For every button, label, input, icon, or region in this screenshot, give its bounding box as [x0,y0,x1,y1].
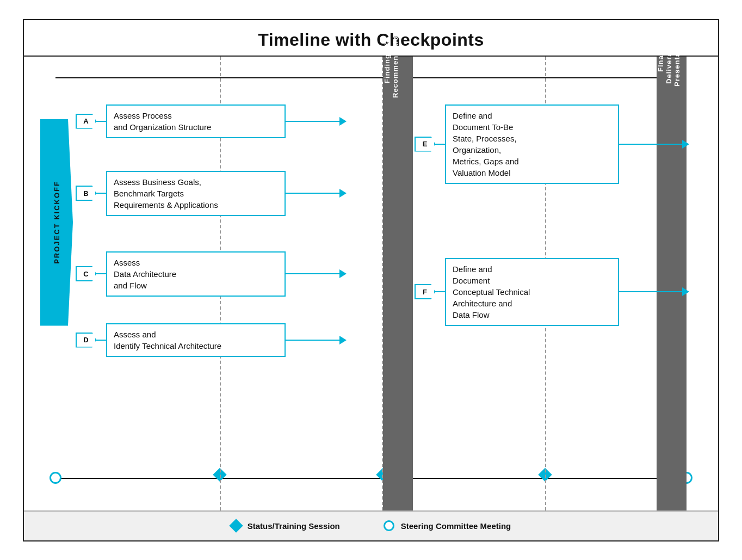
project-kickoff-chevron: PROJECT KICKOFF [40,119,73,326]
connector-a [96,121,106,122]
arrow-e [619,144,683,145]
arrow-c [286,273,340,274]
page-title: Timeline with Checkpoints [24,30,718,50]
label-chevron-d: D [76,333,96,348]
label-chevron-c: C [76,266,96,281]
arrow-f [619,291,683,292]
arrow-a [286,121,340,122]
checkpoint-2-label: Final Deliverable Presentation [657,57,681,67]
content-box-f: Define andDocumentConceptual TechnicalAr… [445,258,619,326]
connector-c [96,273,106,274]
arrow-b [286,193,340,194]
label-chevron-f: F [415,284,435,299]
label-chevron-e: E [415,137,435,152]
legend-circle-icon [384,520,394,531]
title-area: Timeline with Checkpoints [24,20,718,57]
top-timeline-line [55,77,687,78]
label-chevron-b: B [76,186,96,201]
connector-f [435,291,445,292]
label-chevron-a: A [76,114,96,129]
bottom-timeline-area [24,464,718,510]
arrow-d [286,340,340,341]
legend-area: Status/Training Session Steering Committ… [24,510,718,540]
connector-d [96,340,106,341]
main-content: Findings & Recommendations Final Deliver… [24,57,718,510]
kickoff-label: PROJECT KICKOFF [53,181,61,264]
content-box-d: Assess andIdentify Technical Architectur… [106,323,286,357]
content-box-c: AssessData Architectureand Flow [106,251,286,297]
checkpoint-1-label: Findings & Recommendations [383,57,399,67]
timeline-bottom-line [55,478,687,479]
connector-b [96,193,106,194]
lane-f: F Define andDocumentConceptual Technical… [415,258,683,326]
connector-e [435,144,445,145]
diagram: Findings & Recommendations Final Deliver… [24,57,718,510]
steering-committee-1 [50,472,61,484]
legend-circle-label: Steering Committee Meeting [401,521,511,531]
outer-container: Timeline with Checkpoints Findings & Rec… [23,19,719,541]
content-box-a: Assess Processand Organization Structure [106,104,286,138]
legend-diamond-label: Status/Training Session [248,521,340,531]
legend-diamond-item: Status/Training Session [231,521,340,531]
content-box-e: Define andDocument To-BeState, Processes… [445,104,619,184]
legend-diamond-icon [229,519,243,532]
legend-circle-item: Steering Committee Meeting [384,520,511,531]
content-box-b: Assess Business Goals,Benchmark TargetsR… [106,171,286,216]
lane-e: E Define andDocument To-BeState, Process… [415,104,683,184]
lane-d: D Assess andIdentify Technical Architect… [76,323,718,357]
